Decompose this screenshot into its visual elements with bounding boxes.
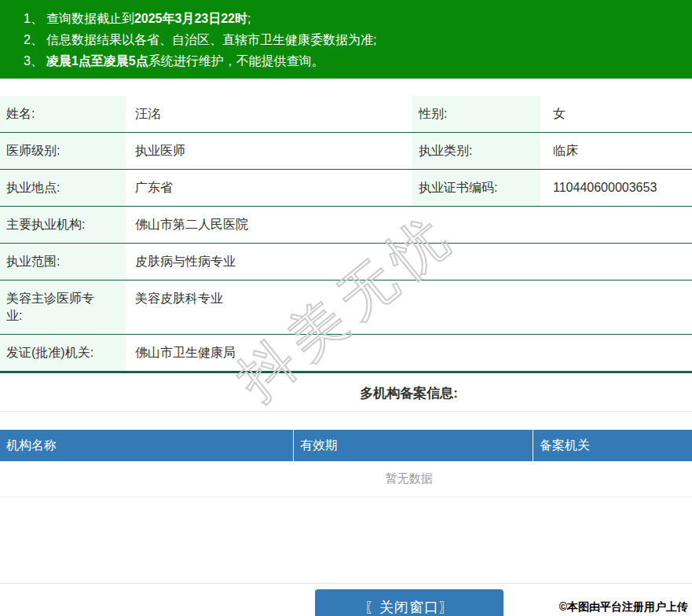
notice-text: 信息数据结果以各省、自治区、直辖市卫生健康委数据为准; — [46, 33, 376, 46]
table-row-cosmetic-specialty: 美容主诊医师专业: 美容皮肤科专业 — [0, 280, 692, 335]
empty-area — [0, 497, 692, 584]
field-label-practice-scope: 执业范围: — [0, 244, 126, 280]
table-row-location-certno: 执业地点: 广东省 执业证书编码: 110440600003653 — [0, 170, 692, 207]
column-header-filing-authority: 备案机关 — [533, 430, 692, 461]
notice-number: 2、 — [24, 33, 43, 46]
field-value-issuing-authority: 佛山市卫生健康局 — [126, 335, 692, 371]
notice-number: 3、 — [24, 54, 43, 68]
table-row-main-institution: 主要执业机构: 佛山市第二人民医院 — [0, 207, 692, 244]
field-value-practice-location: 广东省 — [126, 170, 412, 206]
field-label-certificate-number: 执业证书编码: — [412, 170, 540, 206]
table-row-name-gender: 姓名: 汪洺 性别: 女 — [0, 96, 692, 133]
notice-text: ; — [247, 12, 251, 25]
notice-line-1: 1、查询数据截止到2025年3月23日22时; — [24, 8, 684, 29]
field-value-main-institution: 佛山市第二人民医院 — [126, 207, 692, 243]
field-value-practice-scope: 皮肤病与性病专业 — [126, 244, 692, 280]
field-label-practice-category: 执业类别: — [412, 133, 540, 169]
close-window-button[interactable]: 〖关闭窗口〗 — [315, 589, 503, 616]
field-label-practice-location: 执业地点: — [0, 170, 126, 206]
table-row-level-category: 医师级别: 执业医师 执业类别: 临床 — [0, 133, 692, 170]
column-header-institution-name: 机构名称 — [0, 430, 294, 461]
notice-line-3: 3、凌晨1点至凌晨5点系统进行维护，不能提供查询。 — [24, 50, 684, 72]
field-value-practice-category: 临床 — [540, 133, 692, 169]
attribution-text: ©本图由平台注册用户上传 — [559, 600, 688, 614]
divider-line — [0, 411, 692, 412]
field-label-gender: 性别: — [412, 96, 540, 132]
notice-text-bold: 2025年3月23日22时 — [134, 12, 247, 25]
table-row-practice-scope: 执业范围: 皮肤病与性病专业 — [0, 244, 692, 280]
notice-text: 系统进行维护，不能提供查询。 — [148, 54, 324, 68]
doctor-info-table: 姓名: 汪洺 性别: 女 医师级别: 执业医师 执业类别: 临床 执业地点: 广… — [0, 96, 692, 373]
notice-line-2: 2、信息数据结果以各省、自治区、直辖市卫生健康委数据为准; — [24, 29, 684, 50]
notice-text-bold: 凌晨1点至凌晨5点 — [46, 54, 148, 68]
field-label-name: 姓名: — [0, 96, 126, 132]
field-value-certificate-number: 110440600003653 — [540, 170, 692, 206]
table-row-issuing-authority: 发证(批准)机关: 佛山市卫生健康局 — [0, 335, 692, 373]
field-value-gender: 女 — [540, 96, 692, 132]
column-header-validity-period: 有效期 — [294, 430, 533, 461]
field-label-cosmetic-specialty: 美容主诊医师专业: — [0, 280, 126, 334]
field-value-name: 汪洺 — [126, 96, 412, 132]
field-label-main-institution: 主要执业机构: — [0, 207, 126, 243]
field-value-doctor-level: 执业医师 — [126, 133, 412, 169]
field-label-issuing-authority: 发证(批准)机关: — [0, 335, 126, 371]
empty-data-row: 暂无数据 — [0, 461, 692, 497]
notice-text: 查询数据截止到 — [46, 12, 134, 25]
notice-banner: 1、查询数据截止到2025年3月23日22时; 2、信息数据结果以各省、自治区、… — [0, 0, 692, 79]
notice-number: 1、 — [24, 12, 43, 25]
filing-table-header: 机构名称 有效期 备案机关 — [0, 430, 692, 461]
field-value-cosmetic-specialty: 美容皮肤科专业 — [126, 280, 692, 334]
field-label-doctor-level: 医师级别: — [0, 133, 126, 169]
filing-section-title: 多机构备案信息: — [126, 385, 692, 402]
doctor-license-result-page: 1、查询数据截止到2025年3月23日22时; 2、信息数据结果以各省、自治区、… — [0, 0, 692, 616]
